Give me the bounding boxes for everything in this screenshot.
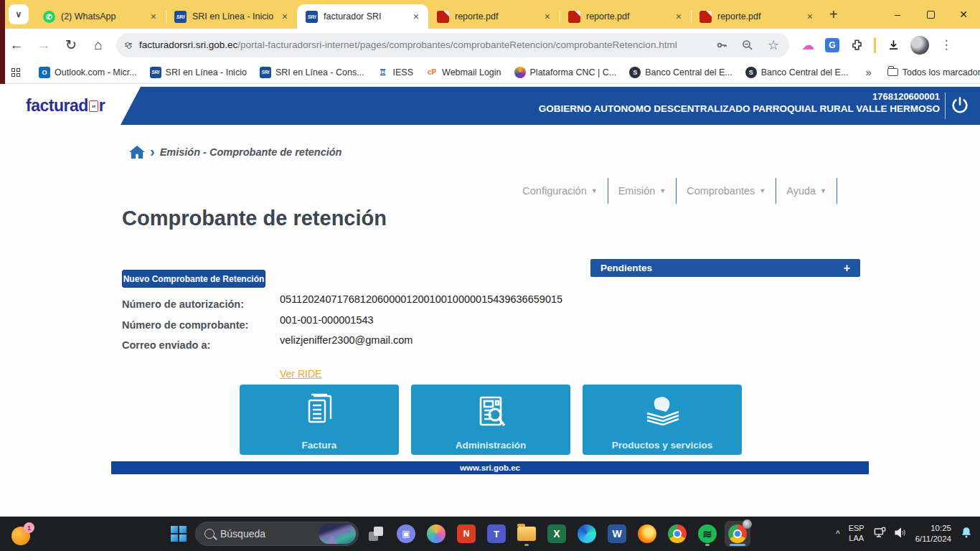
zoom-out-icon[interactable] (740, 38, 755, 52)
close-icon[interactable]: × (411, 11, 421, 22)
search-highlight-image[interactable] (319, 524, 356, 544)
expand-plus-icon[interactable]: + (844, 262, 850, 275)
site-settings-icon[interactable] (125, 43, 132, 47)
tray-chevron-up-icon[interactable]: ^ (836, 529, 840, 539)
word-button[interactable]: W (604, 521, 630, 547)
chrome-profile-button[interactable] (725, 521, 750, 547)
apps-grid-icon[interactable] (11, 68, 20, 77)
volume-icon[interactable] (893, 526, 907, 542)
bookmark-bce-1[interactable]: S Banco Central del E... (629, 67, 732, 78)
chrome-button[interactable] (664, 521, 690, 547)
address-bar[interactable]: facturadorsri.sri.gob.ec/portal-facturad… (116, 33, 789, 57)
clock[interactable]: 10:25 6/11/2024 (915, 523, 951, 545)
bookmark-bce-2[interactable]: S Banco Central del E... (745, 67, 849, 78)
close-icon[interactable]: × (542, 11, 552, 22)
tab-sri-inicio[interactable]: SRI SRI en Línea - Inicio × (166, 4, 297, 29)
excel-button[interactable]: X (544, 521, 570, 547)
menu-configuracion[interactable]: Configuración▼ (512, 178, 608, 204)
bookmark-cnc[interactable]: Plataforma CNC | C... (514, 67, 617, 78)
menu-emision[interactable]: Emisión▼ (608, 178, 677, 204)
teams-button[interactable]: T (484, 521, 509, 547)
pdf-icon (568, 11, 580, 23)
language-indicator[interactable]: ESP LAA (849, 524, 864, 544)
bookmark-outlook[interactable]: O Outlook.com - Micr... (39, 67, 137, 78)
new-tab-button[interactable]: + (829, 6, 838, 23)
bookmark-star-icon[interactable]: ☆ (766, 38, 781, 52)
forward-button[interactable]: → (33, 34, 55, 56)
logo-area: facturadsrir (0, 87, 141, 125)
tab-reporte-pdf-3[interactable]: reporte.pdf × (691, 4, 822, 29)
network-icon[interactable] (873, 526, 887, 542)
close-icon[interactable]: × (674, 11, 684, 22)
extensions-puzzle-icon[interactable] (849, 38, 864, 52)
tab-whatsapp[interactable]: ✆ (2) WhatsApp × (34, 4, 166, 29)
translate-icon[interactable]: G (825, 38, 839, 52)
all-bookmarks[interactable]: Todos los marcadores (887, 67, 980, 77)
bookmark-iess[interactable]: ♖ IESS (377, 67, 414, 78)
menu-kebab-icon[interactable]: ⋮ (939, 38, 953, 52)
task-view-button[interactable] (363, 521, 389, 547)
tile-factura[interactable]: Factura (240, 385, 399, 455)
close-icon[interactable]: × (280, 11, 290, 22)
bce-icon: S (629, 67, 641, 78)
minimize-button[interactable]: – (881, 0, 914, 29)
pdf-app-button[interactable]: N (453, 521, 479, 547)
tab-reporte-pdf-2[interactable]: reporte.pdf × (560, 4, 691, 29)
start-button[interactable] (166, 522, 191, 546)
breadcrumb: › Emisión - Comprobante de retención (129, 145, 341, 159)
active-indicator (730, 544, 745, 546)
facturador-logo[interactable]: facturadsrir (26, 96, 105, 116)
bookmarks-overflow-chevron[interactable]: » (865, 66, 871, 78)
maximize-icon (927, 11, 935, 19)
home-icon[interactable] (129, 145, 145, 159)
profile-badge-icon (743, 519, 752, 529)
file-explorer-button[interactable] (514, 521, 540, 547)
logout-power-button[interactable] (950, 95, 970, 116)
bookmark-sri-consultas[interactable]: SRI SRI en Línea - Cons... (260, 67, 364, 78)
notification-bell-icon[interactable] (960, 526, 973, 542)
tab-reporte-pdf-1[interactable]: reporte.pdf × (428, 4, 560, 29)
taxpayer-info: 1768120600001 GOBIERNO AUTONOMO DESCENTR… (539, 91, 940, 114)
tile-productos-servicios[interactable]: Productos y servicios (583, 385, 742, 455)
page-title: Comprobante de retención (122, 207, 387, 230)
profile-avatar[interactable] (910, 36, 929, 55)
maximize-button[interactable] (914, 0, 947, 29)
footer-url[interactable]: www.sri.gob.ec (460, 463, 520, 472)
edge-button[interactable] (574, 521, 600, 547)
tile-administracion[interactable]: Administración (411, 385, 570, 455)
invoice-stack-icon (240, 393, 399, 430)
close-icon[interactable]: × (149, 11, 159, 22)
bookmark-webmail[interactable]: cP Webmail Login (426, 67, 501, 78)
downloads-icon[interactable] (886, 38, 900, 52)
password-key-icon[interactable] (715, 38, 729, 52)
tab-facturador-sri[interactable]: SRI facturador SRI × (297, 4, 428, 29)
chevron-down-icon: ▼ (591, 187, 598, 194)
lang-bottom: LAA (849, 534, 864, 544)
taskbar-search[interactable]: Búsqueda (195, 522, 359, 546)
browser-tabstrip: ∨ ✆ (2) WhatsApp × SRI SRI en Línea - In… (0, 0, 980, 29)
spotify-button[interactable] (694, 521, 720, 547)
close-window-button[interactable]: ✕ (947, 0, 980, 29)
close-icon[interactable]: × (805, 11, 815, 22)
url-text[interactable]: facturadorsri.sri.gob.ec/portal-facturad… (139, 39, 707, 50)
taskbar-notification-app[interactable]: 1 (11, 522, 34, 545)
weather-extension-icon[interactable]: ☁ (801, 38, 815, 52)
firefox-button[interactable] (634, 521, 660, 547)
back-button[interactable]: ← (6, 34, 27, 56)
reload-button[interactable]: ↻ (60, 34, 82, 56)
menu-comprobantes[interactable]: Comprobantes▼ (677, 178, 776, 204)
outlook-icon: O (39, 67, 50, 78)
chat-app-button[interactable]: ▣ (393, 521, 419, 547)
toolbar-extensions-area: ☁ G ⋮ (801, 36, 953, 55)
menu-ayuda[interactable]: Ayuda▼ (776, 178, 837, 204)
windows-logo-icon (171, 526, 187, 542)
new-retention-button[interactable]: Nuevo Comprobante de Retención (122, 270, 265, 288)
bookmark-sri-inicio[interactable]: SRI SRI en Línea - Inicio (150, 67, 247, 78)
pendientes-panel-header[interactable]: Pendientes + (590, 259, 860, 277)
home-button[interactable]: ⌂ (88, 34, 109, 56)
logo-text: facturad (26, 96, 88, 116)
tab-search-button[interactable]: ∨ (9, 4, 29, 24)
ver-ride-link[interactable]: Ver RIDE (280, 368, 321, 380)
copilot-button[interactable] (423, 521, 449, 547)
folder-icon (887, 68, 898, 76)
